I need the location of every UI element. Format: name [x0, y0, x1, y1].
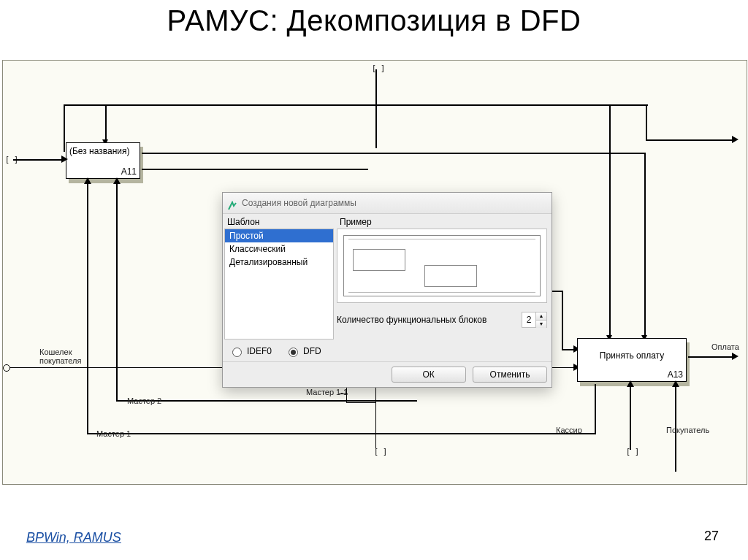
arrow-out-top-right: [732, 136, 739, 143]
template-header: Шаблон: [224, 215, 334, 229]
template-item-simple[interactable]: Простой: [225, 229, 333, 242]
template-item-classic[interactable]: Классический: [225, 242, 333, 256]
arrow-buyer-up: [672, 380, 679, 387]
slide-title: РАМУС: Декомпозиция в DFD: [0, 4, 748, 37]
cancel-button[interactable]: Отменить: [473, 367, 547, 383]
tunnel-marker-a13: [ ]: [626, 448, 639, 456]
radio-dfd[interactable]: DFD: [285, 345, 321, 357]
block-a11-id: A11: [121, 166, 137, 177]
label-master11: Мастер 1-1: [306, 388, 348, 396]
arrow-out-payment: [732, 353, 739, 360]
block-count-spinner[interactable]: 2 ▲ ▼: [522, 312, 547, 328]
footer-link[interactable]: BPWin, RAMUS: [26, 530, 121, 545]
block-a13-id: A13: [668, 369, 683, 380]
block-a13-name: Принять оплату: [578, 350, 686, 361]
spinner-up-icon[interactable]: ▲: [536, 312, 546, 321]
arrow-master2-up: [113, 177, 121, 184]
page-number: 27: [704, 529, 719, 544]
label-payment: Оплата: [711, 342, 739, 351]
diagram-canvas: [ ] [ ] [ ] [ ] (Без названия) A11 A12: [2, 60, 747, 485]
dialog-title: Создания новой диаграммы: [242, 193, 356, 213]
radio-dfd-label: DFD: [303, 346, 321, 356]
label-cashier: Кассир: [556, 426, 582, 434]
tunnel-marker-top: [ ]: [372, 64, 385, 72]
radio-idef0-label: IDEF0: [247, 346, 272, 356]
label-master1: Мастер 1: [96, 429, 131, 438]
spinner-down-icon[interactable]: ▼: [536, 321, 546, 328]
block-a11-name: (Без названия): [69, 146, 130, 156]
block-count-label: Количество функциональных блоков: [337, 315, 486, 325]
ramus-logo-icon: [227, 198, 237, 208]
dialog-titlebar[interactable]: Создания новой диаграммы: [223, 193, 552, 214]
radio-idef0[interactable]: IDEF0: [229, 345, 272, 357]
example-header: Пример: [337, 215, 547, 229]
block-a11[interactable]: (Без названия) A11: [66, 142, 140, 179]
block-a13[interactable]: Принять оплату A13: [577, 338, 687, 382]
arrow-master1-up: [84, 177, 91, 184]
example-preview: [337, 229, 547, 303]
template-list[interactable]: Простой Классический Детализированный: [224, 229, 334, 340]
block-count-value: 2: [522, 312, 535, 327]
ok-button[interactable]: ОК: [392, 367, 466, 383]
template-item-detailed[interactable]: Детализированный: [225, 256, 333, 269]
arrow-into-a11-left: [61, 156, 68, 163]
label-wallet: Кошелек покупателя: [39, 348, 81, 365]
label-master2: Мастер 2: [127, 396, 161, 405]
tunnel-marker-mid: [ ]: [374, 448, 387, 456]
label-buyer: Покупатель: [666, 426, 709, 434]
arrow-cashier-up: [627, 380, 634, 387]
new-diagram-dialog: Создания новой диаграммы Шаблон Простой …: [222, 192, 552, 388]
